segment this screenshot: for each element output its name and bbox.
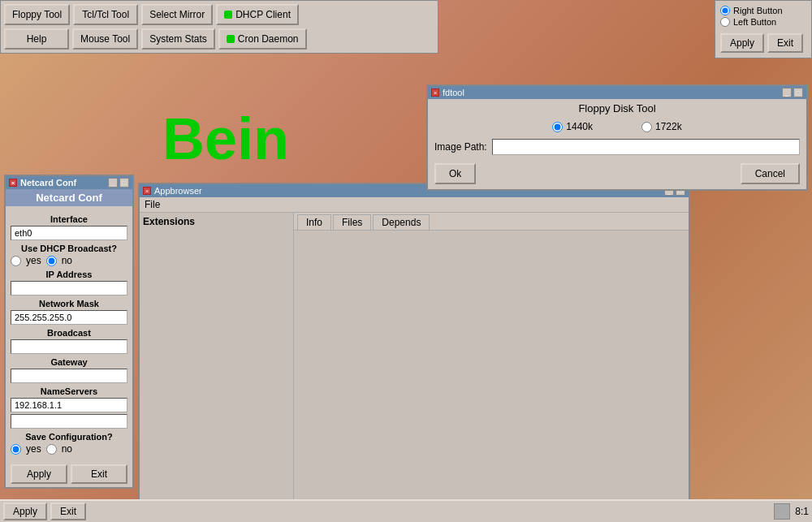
dhcp-client-button[interactable]: DHCP Client <box>216 4 299 25</box>
extensions-panel: Extensions <box>140 213 293 231</box>
help-button[interactable]: Help <box>4 28 69 50</box>
save-radio-row: yes no <box>11 443 127 455</box>
appbrowser-menu: File <box>140 197 689 213</box>
broadcast-label: Broadcast <box>11 328 127 338</box>
netcard-apply-button[interactable]: Apply <box>11 464 67 484</box>
system-stats-button[interactable]: System Stats <box>141 28 215 50</box>
tab-files[interactable]: Files <box>333 214 371 230</box>
ip-input[interactable] <box>11 281 127 296</box>
netcard-window: × Netcard Conf _ □ Netcard Conf Interfac… <box>4 175 134 489</box>
image-path-row: Image Path: <box>428 136 806 158</box>
floppy-ok-button[interactable]: Ok <box>434 163 476 184</box>
nameservers-input-1[interactable] <box>11 398 127 412</box>
appbrowser-tabs: Info Files Depends <box>294 213 689 231</box>
image-path-label: Image Path: <box>434 141 487 153</box>
broadcast-input[interactable] <box>11 339 127 354</box>
mouse-tool-button[interactable]: Mouse Tool <box>72 28 138 50</box>
gateway-input[interactable] <box>11 369 127 383</box>
dhcp-status-dot <box>224 11 232 19</box>
netcard-titlebar: × Netcard Conf _ □ <box>6 176 132 189</box>
left-button-radio[interactable] <box>720 17 730 27</box>
ip-label: IP Address <box>11 270 127 279</box>
nameservers-label: NameServers <box>11 386 127 396</box>
1722k-option: 1722k <box>641 121 682 132</box>
appbrowser-right-area: Info Files Depends <box>294 213 689 513</box>
appbrowser-titlebar-left: × Appbrowser <box>143 186 202 196</box>
netmask-input[interactable] <box>11 310 127 325</box>
cron-status-dot <box>227 35 235 43</box>
taskbar-left: Apply Exit <box>3 503 86 520</box>
floppy-minimize-icon[interactable]: _ <box>782 88 792 97</box>
gateway-label: Gateway <box>11 357 127 367</box>
cron-daemon-button[interactable]: Cron Daemon <box>218 28 307 50</box>
floppy-maximize-icon[interactable]: □ <box>793 88 803 97</box>
toolbar-row-2: Help Mouse Tool System Stats Cron Daemon <box>4 28 434 50</box>
netcard-content: Interface Use DHCP Broadcast? yes no IP … <box>6 206 132 461</box>
image-path-input[interactable] <box>492 139 800 155</box>
extensions-label: Extensions <box>143 216 195 227</box>
appbrowser-left-panel: Extensions <box>140 213 294 513</box>
appbrowser-window: × Appbrowser _ □ File Extensions Info Fi… <box>138 183 690 522</box>
right-button-radio[interactable] <box>720 6 730 15</box>
right-panel-exit-button[interactable]: Exit <box>767 33 803 53</box>
netcard-heading: Netcard Conf <box>6 189 132 206</box>
floppy-close-icon[interactable]: × <box>431 88 439 97</box>
save-yes-radio[interactable] <box>11 444 21 455</box>
taskbar: Apply Exit 8:1 <box>0 499 812 522</box>
top-toolbar: Floppy Tool Tcl/Tcl Tool Select Mirror D… <box>0 0 438 54</box>
netcard-minimize-icon[interactable]: _ <box>108 178 118 188</box>
dhcp-radio-row: yes no <box>11 255 127 266</box>
save-config-label: Save Configuration? <box>11 432 127 442</box>
taskbar-right: 8:1 <box>774 503 809 520</box>
1440k-option: 1440k <box>552 121 593 132</box>
netcard-bottom-buttons: Apply Exit <box>6 461 132 487</box>
floppy-titlebar-left: × fdtool <box>431 88 464 97</box>
floppy-disk-options: 1440k 1722k <box>428 118 806 136</box>
dhcp-yes-radio[interactable] <box>11 256 21 266</box>
floppy-window: × fdtool _ □ Floppy Disk Tool 1440k 1722… <box>426 84 808 191</box>
netmask-label: Network Mask <box>11 299 127 308</box>
floppy-heading: Floppy Disk Tool <box>428 99 806 118</box>
file-menu[interactable]: File <box>145 199 160 210</box>
floppy-titlebar-icons: _ □ <box>782 88 803 97</box>
1440k-radio[interactable] <box>552 122 563 132</box>
netcard-close-icon[interactable]: × <box>9 179 17 187</box>
select-mirror-button[interactable]: Select Mirror <box>141 4 213 25</box>
taskbar-apply-button[interactable]: Apply <box>3 503 47 520</box>
desktop-text: Bein <box>162 106 289 172</box>
taskbar-system-icon <box>774 503 790 520</box>
floppy-cancel-button[interactable]: Cancel <box>741 163 800 184</box>
interface-input[interactable] <box>11 226 127 240</box>
dhcp-label: Use DHCP Broadcast? <box>11 244 127 253</box>
floppy-titlebar: × fdtool _ □ <box>428 86 806 99</box>
tcltcl-tool-button[interactable]: Tcl/Tcl Tool <box>73 4 138 25</box>
save-no-radio[interactable] <box>46 444 57 455</box>
appbrowser-tab-content <box>294 231 689 513</box>
netcard-maximize-icon[interactable]: □ <box>119 178 129 188</box>
netcard-titlebar-left: × Netcard Conf <box>9 178 76 188</box>
right-panel-buttons: Apply Exit <box>720 33 806 53</box>
nameservers-input-2[interactable] <box>11 414 127 429</box>
interface-label: Interface <box>11 214 127 224</box>
right-button-option: Right Button <box>720 6 806 15</box>
appbrowser-body: Extensions Info Files Depends <box>140 213 689 513</box>
appbrowser-close-icon[interactable]: × <box>143 187 151 195</box>
toolbar-row-1: Floppy Tool Tcl/Tcl Tool Select Mirror D… <box>4 4 434 25</box>
taskbar-time: 8:1 <box>795 506 809 517</box>
right-panel-apply-button[interactable]: Apply <box>720 33 764 53</box>
floppy-tool-button[interactable]: Floppy Tool <box>4 4 70 25</box>
netcard-exit-button[interactable]: Exit <box>71 464 127 484</box>
netcard-titlebar-icons: _ □ <box>108 178 129 188</box>
tab-info[interactable]: Info <box>297 214 331 230</box>
button-radio-group: Right Button Left Button <box>720 6 806 27</box>
floppy-footer: Ok Cancel <box>428 158 806 189</box>
dhcp-no-radio[interactable] <box>46 256 57 266</box>
tab-depends[interactable]: Depends <box>373 214 430 230</box>
taskbar-exit-button[interactable]: Exit <box>50 503 86 520</box>
left-button-option: Left Button <box>720 17 806 27</box>
1722k-radio[interactable] <box>641 122 652 132</box>
right-panel: Right Button Left Button Apply Exit <box>715 0 812 58</box>
